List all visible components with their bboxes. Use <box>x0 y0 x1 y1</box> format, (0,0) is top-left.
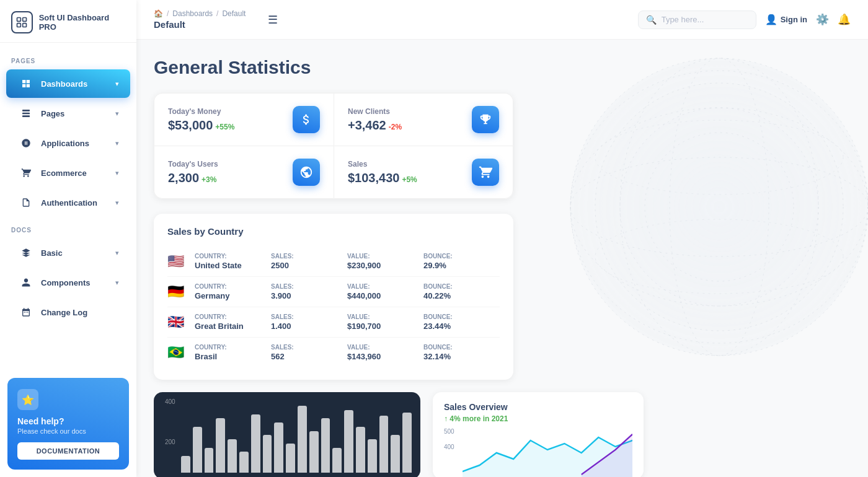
svg-point-11 <box>570 157 868 256</box>
stat-clients-value: +3,462 <box>348 118 386 133</box>
flag-de: 🇩🇪 <box>167 284 186 300</box>
stat-card-money: Today's Money $53,000 +55% <box>154 93 334 146</box>
applications-chevron-icon: ▾ <box>115 139 119 147</box>
overview-axis-400: 400 <box>444 444 454 450</box>
country-row-us: 🇺🇸 Country: United State Sales: 2500 Val… <box>167 247 500 277</box>
bar <box>344 410 353 473</box>
sidebar-item-ecommerce[interactable]: Ecommerce ▾ <box>6 159 130 187</box>
globe-decoration: // Generate dots in a grid pattern withi… <box>521 40 868 411</box>
value-us: Value: $230,900 <box>347 253 423 270</box>
sidebar-item-components[interactable]: Components ▾ <box>6 268 130 297</box>
notifications-icon[interactable]: 🔔 <box>838 13 851 26</box>
bar <box>391 435 400 473</box>
breadcrumb-path: 🏠 / Dashboards / Default <box>154 9 246 18</box>
arrow-up-icon: ↑ <box>444 414 448 423</box>
country-row-gb: 🇬🇧 Country: Great Britain Sales: 1.400 V… <box>167 307 500 338</box>
sidebar-item-changelog[interactable]: Change Log <box>6 298 130 326</box>
svg-point-18 <box>570 58 868 356</box>
sidebar: Soft UI Dashboard PRO PAGES Dashboards ▾… <box>0 0 136 477</box>
sales-de: Sales: 3.900 <box>271 283 347 300</box>
svg-point-7 <box>570 58 868 356</box>
bar <box>274 422 283 473</box>
documentation-button[interactable]: DOCUMENTATION <box>17 442 119 460</box>
sidebar-item-dashboards[interactable]: Dashboards ▾ <box>6 69 130 98</box>
dashboards-chevron-icon: ▾ <box>115 80 119 88</box>
stat-money-change: +55% <box>215 123 234 131</box>
bar-chart-area <box>181 398 412 473</box>
general-statistics-title: General Statistics <box>154 57 851 78</box>
stat-card-users: Today's Users 2,300 +3% <box>154 146 334 199</box>
breadcrumb: 🏠 / Dashboards / Default Default <box>154 9 246 30</box>
svg-rect-1 <box>23 18 27 22</box>
bar-chart-card: 400 200 0 <box>154 392 420 477</box>
stat-users-label: Today's Users <box>168 160 218 168</box>
basic-icon <box>17 244 35 261</box>
menu-icon[interactable]: ☰ <box>268 13 278 27</box>
components-chevron-icon: ▾ <box>115 279 119 287</box>
sidebar-nav: PAGES Dashboards ▾ Pages ▾ Applications … <box>0 43 136 370</box>
stat-users-change: +3% <box>202 175 216 184</box>
pages-icon <box>17 105 35 122</box>
sidebar-item-dashboards-label: Dashboards <box>41 79 109 89</box>
country-row-br: 🇧🇷 Country: Brasil Sales: 562 Value: $14… <box>167 338 500 367</box>
sales-overview-subtitle: ↑ 4% more in 2021 <box>444 414 632 423</box>
stat-users-icon <box>293 159 320 186</box>
sidebar-logo: Soft UI Dashboard PRO <box>0 0 136 43</box>
stat-money-label: Today's Money <box>168 107 234 116</box>
breadcrumb-dashboards[interactable]: Dashboards <box>172 9 213 18</box>
flag-us: 🇺🇸 <box>167 253 186 269</box>
overview-axis-500: 500 <box>444 428 454 435</box>
user-icon: 👤 <box>765 14 777 25</box>
svg-point-9 <box>620 108 818 306</box>
bar <box>181 456 190 473</box>
country-row-de: 🇩🇪 Country: Germany Sales: 3.900 Value: … <box>167 277 500 307</box>
svg-rect-3 <box>23 24 27 27</box>
home-icon: 🏠 <box>154 9 163 18</box>
sidebar-item-pages-label: Pages <box>41 109 109 118</box>
flag-gb: 🇬🇧 <box>167 314 186 330</box>
bar <box>332 448 342 473</box>
stat-sales-change: +5% <box>402 175 417 184</box>
axis-400: 400 <box>165 398 175 405</box>
bar <box>239 452 249 473</box>
chart-axis: 400 200 0 <box>165 398 175 477</box>
nav-section-pages: PAGES <box>0 49 136 68</box>
content: // Generate dots in a grid pattern withi… <box>136 40 868 477</box>
sidebar-item-basic[interactable]: Basic ▾ <box>6 239 130 267</box>
search-input[interactable] <box>662 15 748 24</box>
sales-by-country-card: Sales by Country 🇺🇸 Country: United Stat… <box>154 214 513 380</box>
axis-200: 200 <box>165 439 175 445</box>
stat-money-info: Today's Money $53,000 +55% <box>168 107 234 133</box>
bar <box>321 418 330 473</box>
country-name-de: Country: Germany <box>195 283 271 300</box>
logo-text: Soft UI Dashboard PRO <box>39 13 125 32</box>
value-br: Value: $143,960 <box>347 344 423 361</box>
stat-clients-info: New Clients +3,462 -2% <box>348 107 402 133</box>
stat-money-icon <box>293 106 320 133</box>
sidebar-item-applications-label: Applications <box>41 139 109 148</box>
breadcrumb-current: Default <box>222 9 246 18</box>
sidebar-item-pages[interactable]: Pages ▾ <box>6 99 130 128</box>
svg-point-8 <box>595 83 843 331</box>
value-de: Value: $440,000 <box>347 283 423 300</box>
country-name-br: Country: Brasil <box>195 344 271 361</box>
value-gb: Value: $190,700 <box>347 313 423 331</box>
bar <box>368 439 377 473</box>
sidebar-item-changelog-label: Change Log <box>41 308 119 317</box>
signin-button[interactable]: 👤 Sign in <box>765 14 807 25</box>
bounce-br: Bounce: 32.14% <box>423 344 500 361</box>
svg-point-14 <box>595 120 843 195</box>
settings-icon[interactable]: ⚙️ <box>816 13 829 26</box>
country-name-gb: Country: Great Britain <box>195 313 271 331</box>
applications-icon <box>17 134 35 152</box>
sidebar-item-components-label: Components <box>41 278 109 287</box>
stat-sales-value: $103,430 <box>348 171 399 185</box>
sidebar-item-applications[interactable]: Applications ▾ <box>6 129 130 157</box>
bar <box>298 406 307 473</box>
sidebar-item-authentication[interactable]: Authentication ▾ <box>6 188 130 217</box>
bar <box>228 439 237 473</box>
sales-br: Sales: 562 <box>271 344 347 361</box>
svg-rect-0 <box>17 18 21 22</box>
search-icon: 🔍 <box>646 15 657 25</box>
flag-br: 🇧🇷 <box>167 344 186 361</box>
